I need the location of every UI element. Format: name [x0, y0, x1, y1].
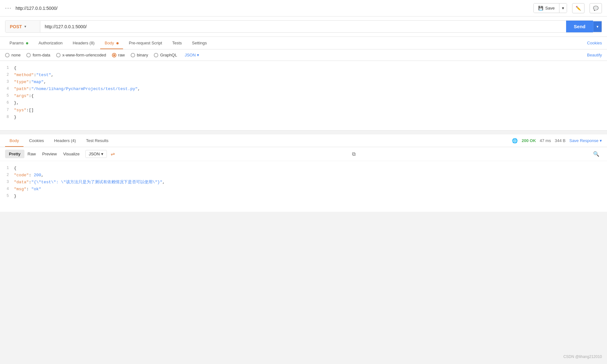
save-response-button[interactable]: Save Response ▾ — [569, 138, 602, 143]
format-raw-button[interactable]: Raw — [24, 150, 39, 158]
save-response-label: Save Response — [569, 138, 598, 143]
send-dropdown-button[interactable]: ▾ — [593, 21, 602, 32]
resp-tab-body-label: Body — [10, 138, 19, 143]
option-form-data-label: form-data — [33, 53, 50, 57]
format-visualize-button[interactable]: Visualize — [60, 150, 83, 158]
format-pretty-button[interactable]: Pretty — [5, 150, 24, 158]
response-section: Body Cookies Headers (4) Test Results 🌐 … — [0, 134, 607, 212]
resp-tab-headers[interactable]: Headers (4) — [50, 134, 81, 147]
format-preview-button[interactable]: Preview — [39, 150, 60, 158]
wrap-icon-button[interactable]: ⇌ — [108, 150, 117, 158]
request-code-line: 3 "type":"map", — [0, 79, 607, 86]
copy-response-button[interactable]: ⧉ — [349, 150, 358, 158]
params-dot — [26, 42, 28, 44]
response-code-line: 5} — [0, 193, 607, 200]
tab-authorization[interactable]: Authorization — [34, 37, 67, 49]
resp-json-label: JSON — [89, 152, 100, 156]
radio-binary — [131, 53, 135, 57]
comment-icon-button[interactable]: 💬 — [590, 3, 602, 13]
top-url-display: http://127.0.0.1:5000/ — [16, 6, 530, 11]
request-code-line: 6 }, — [0, 100, 607, 107]
tab-tests[interactable]: Tests — [168, 37, 186, 49]
option-none[interactable]: none — [5, 53, 21, 57]
resp-tab-test-results[interactable]: Test Results — [82, 134, 113, 147]
tab-body-label: Body — [105, 41, 114, 45]
option-none-label: none — [11, 53, 21, 57]
response-meta: 🌐 200 OK 47 ms 344 B Save Response ▾ — [512, 138, 602, 144]
request-code-line: 8} — [0, 114, 607, 121]
tab-tests-label: Tests — [172, 41, 182, 45]
request-body-editor[interactable]: 1{2 "method":"test",3 "type":"map",4 "pa… — [0, 61, 607, 131]
url-input[interactable] — [40, 21, 566, 32]
edit-icon-button[interactable]: ✏️ — [572, 3, 584, 13]
option-graphql-label: GraphQL — [160, 53, 177, 57]
option-urlencoded-label: x-www-form-urlencoded — [62, 53, 106, 57]
save-dropdown-button[interactable]: ▾ — [559, 3, 567, 13]
save-response-arrow: ▾ — [600, 138, 602, 143]
save-button[interactable]: 💾 Save — [534, 3, 559, 13]
response-time: 47 ms — [540, 138, 551, 143]
resp-tab-cookies-label: Cookies — [29, 138, 44, 143]
radio-none — [5, 53, 10, 57]
method-url-row: POST ▾ Send ▾ — [5, 20, 602, 33]
option-raw[interactable]: raw — [112, 53, 125, 57]
search-response-button[interactable]: 🔍 — [591, 150, 602, 158]
response-tabs-bar: Body Cookies Headers (4) Test Results 🌐 … — [0, 134, 607, 147]
globe-icon: 🌐 — [512, 138, 518, 144]
response-code-line: 1{ — [0, 165, 607, 172]
tab-settings[interactable]: Settings — [187, 37, 211, 49]
tab-settings-label: Settings — [192, 41, 207, 45]
request-body-editor-wrapper: 1{2 "method":"test",3 "type":"map",4 "pa… — [0, 61, 607, 133]
tab-params[interactable]: Params — [5, 37, 33, 49]
tab-body[interactable]: Body — [100, 37, 123, 49]
save-btn-group: 💾 Save ▾ — [533, 3, 567, 13]
response-code-line: 4 "msg": "ok" — [0, 186, 607, 193]
resp-json-select[interactable]: JSON ▾ — [85, 150, 107, 158]
body-dot — [116, 42, 119, 44]
top-bar: ··· http://127.0.0.1:5000/ 💾 Save ▾ ✏️ 💬 — [0, 0, 607, 16]
cookies-link[interactable]: Cookies — [587, 41, 602, 45]
tab-params-label: Params — [10, 41, 24, 45]
tab-prerequest[interactable]: Pre-request Script — [124, 37, 166, 49]
json-type-label: JSON — [185, 53, 196, 57]
option-binary[interactable]: binary — [131, 53, 148, 57]
save-label: Save — [545, 6, 555, 10]
resp-headers-badge: (4) — [71, 138, 76, 143]
tab-prerequest-label: Pre-request Script — [129, 41, 162, 45]
request-code-line: 7 "sys":[] — [0, 107, 607, 114]
radio-raw-inner — [113, 54, 115, 56]
resp-tab-body[interactable]: Body — [5, 134, 23, 147]
resp-json-arrow: ▾ — [101, 152, 103, 156]
response-size: 344 B — [555, 138, 565, 143]
request-area: POST ▾ Send ▾ — [0, 16, 607, 37]
response-body-editor[interactable]: 1{2 "code": 200,3 "data":"{\"test\": \"该… — [0, 161, 607, 212]
option-binary-label: binary — [137, 53, 148, 57]
response-format-row: Pretty Raw Preview Visualize JSON ▾ ⇌ ⧉ … — [5, 150, 602, 158]
request-tabs-bar: Params Authorization Headers (8) Body Pr… — [0, 37, 607, 49]
response-code-line: 3 "data":"{\"test\": \"该方法只是为了测试有依赖情况下是否… — [0, 179, 607, 186]
request-code-line: 1{ — [0, 65, 607, 72]
request-code-line: 5 "args":{ — [0, 93, 607, 100]
resp-tab-cookies[interactable]: Cookies — [25, 134, 49, 147]
option-graphql[interactable]: GraphQL — [154, 53, 177, 57]
tab-headers[interactable]: Headers (8) — [68, 37, 99, 49]
tab-headers-label: Headers — [73, 41, 88, 45]
wrap-icon: ⇌ — [111, 151, 115, 157]
beautify-link[interactable]: Beautify — [587, 53, 602, 57]
send-button[interactable]: Send — [566, 21, 593, 32]
option-form-data[interactable]: form-data — [26, 53, 50, 57]
response-format-bar: Pretty Raw Preview Visualize JSON ▾ ⇌ ⧉ … — [0, 147, 607, 161]
dots-menu[interactable]: ··· — [5, 5, 12, 11]
status-badge: 200 OK — [522, 138, 536, 143]
radio-urlencoded — [56, 53, 61, 57]
resp-tab-headers-label: Headers — [54, 138, 70, 143]
save-icon: 💾 — [538, 6, 543, 10]
method-select[interactable]: POST ▾ — [5, 21, 40, 32]
json-type-select[interactable]: JSON ▾ — [185, 53, 199, 57]
method-dropdown-arrow: ▾ — [24, 25, 26, 28]
tab-authorization-label: Authorization — [38, 41, 62, 45]
radio-graphql — [154, 53, 158, 57]
option-urlencoded[interactable]: x-www-form-urlencoded — [56, 53, 106, 57]
send-btn-group: Send ▾ — [566, 21, 602, 32]
resp-tab-test-results-label: Test Results — [86, 138, 108, 143]
